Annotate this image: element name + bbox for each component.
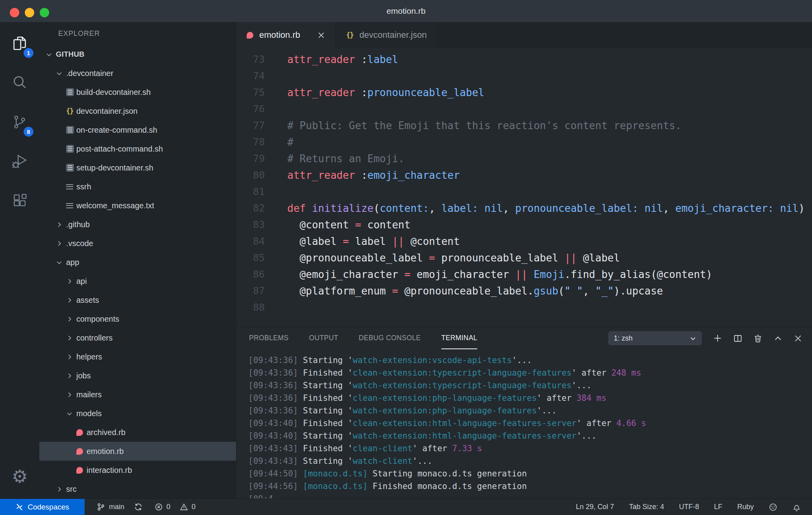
close-icon[interactable] <box>317 31 325 39</box>
terminal-line: [09:43:36] Starting 'watch-extension:vsc… <box>248 354 812 367</box>
code-line: 76 <box>236 101 812 117</box>
tree-item-setup-devcontainer.sh[interactable]: setup-devcontainer.sh <box>39 158 236 177</box>
chevron-right-icon <box>66 391 76 398</box>
activity-run-debug[interactable] <box>0 143 39 182</box>
panel-tab-problems[interactable]: PROBLEMS <box>249 327 288 349</box>
code-line: 85 @pronounceable_label = pronounceable_… <box>236 250 812 266</box>
tree-item-label: helpers <box>76 352 102 361</box>
code-line: 80 attr_reader :emoji_character <box>236 167 812 183</box>
zoom-window-button[interactable] <box>40 8 49 17</box>
problems-indicator[interactable]: 0 0 <box>155 503 196 511</box>
status-cursor-position[interactable]: Ln 29, Col 7 <box>576 503 614 511</box>
activity-settings[interactable]: ⚙ <box>0 457 39 496</box>
tree-item-label: components <box>76 315 119 324</box>
chevron-down-icon <box>66 410 76 417</box>
tree-item-.devcontainer[interactable]: .devcontainer <box>39 64 236 83</box>
tab-label: devcontainer.json <box>359 30 426 40</box>
tree-item-label: devcontainer.json <box>76 107 138 116</box>
line-number: 84 <box>236 233 265 250</box>
run-debug-icon <box>11 153 28 171</box>
tree-item-models[interactable]: models <box>39 404 236 423</box>
chevron-right-icon <box>56 486 66 493</box>
tree-item-on-create-command.sh[interactable]: on-create-command.sh <box>39 120 236 139</box>
shell-file-icon <box>66 145 76 153</box>
code-line: 78 # <box>236 134 812 150</box>
tab-devcontainer.json[interactable]: {}devcontainer.json <box>336 22 437 48</box>
close-window-button[interactable] <box>10 8 19 17</box>
tree-item-archived.rb[interactable]: archived.rb <box>39 423 236 442</box>
status-encoding[interactable]: UTF-8 <box>679 503 699 511</box>
tree-item-interaction.rb[interactable]: interaction.rb <box>39 461 236 480</box>
chevron-down-icon <box>690 335 696 342</box>
tree-item-welcome_message.txt[interactable]: welcome_message.txt <box>39 196 236 215</box>
activity-explorer[interactable]: 1 <box>0 24 39 64</box>
tree-item-assets[interactable]: assets <box>39 291 236 309</box>
titlebar: emotion.rb <box>0 0 812 22</box>
tree-item-controllers[interactable]: controllers <box>39 328 236 347</box>
tree-item-src[interactable]: src <box>39 480 236 498</box>
code-text: # <box>265 134 293 150</box>
tree-item-.vscode[interactable]: .vscode <box>39 234 236 253</box>
tree-item-api[interactable]: api <box>39 272 236 291</box>
file-tree: GITHUB.devcontainerbuild-devcontainer.sh… <box>39 45 236 498</box>
tree-item-mailers[interactable]: mailers <box>39 385 236 404</box>
activity-search[interactable] <box>0 64 39 103</box>
notifications-bell-icon[interactable] <box>792 503 801 511</box>
tree-item-label: build-devcontainer.sh <box>76 88 151 97</box>
code-editor[interactable]: 73 attr_reader :label7475 attr_reader :p… <box>236 48 812 327</box>
terminal-line: [09:43:36] Starting 'watch-extension:php… <box>248 404 812 417</box>
sidebar-title: EXPLORER <box>39 22 236 45</box>
chevron-right-icon <box>66 297 76 304</box>
tree-item-label: mailers <box>76 390 102 399</box>
remote-icon <box>15 503 24 511</box>
panel-tab-debug-console[interactable]: DEBUG CONSOLE <box>359 327 421 349</box>
tree-item-jobs[interactable]: jobs <box>39 366 236 385</box>
code-line: 87 @platform_enum = @pronounceable_label… <box>236 283 812 299</box>
status-language-mode[interactable]: Ruby <box>737 503 754 511</box>
terminal-line: [09:44:50] [monaco.d.ts] Starting monaco… <box>248 467 812 480</box>
tree-item-build-devcontainer.sh[interactable]: build-devcontainer.sh <box>39 83 236 102</box>
tree-item-emotion.rb[interactable]: emotion.rb <box>39 442 236 461</box>
branch-name: main <box>109 503 124 511</box>
tree-item-devcontainer.json[interactable]: {}devcontainer.json <box>39 102 236 120</box>
tree-item-app[interactable]: app <box>39 253 236 272</box>
panel-tab-terminal[interactable]: TERMINAL <box>441 327 478 349</box>
status-eol[interactable]: LF <box>714 503 722 511</box>
new-terminal-button[interactable] <box>713 333 722 343</box>
tree-item-helpers[interactable]: helpers <box>39 347 236 366</box>
tree-item-post-attach-command.sh[interactable]: post-attach-command.sh <box>39 139 236 158</box>
text-file-icon <box>66 184 76 189</box>
code-line: 82 def initialize(content:, label: nil, … <box>236 200 812 217</box>
tree-item-label: emotion.rb <box>87 447 124 456</box>
terminal-output[interactable]: [09:43:36] Starting 'watch-extension:vsc… <box>236 349 812 498</box>
branch-indicator[interactable]: main <box>96 502 143 511</box>
chevron-right-icon <box>56 240 66 247</box>
activity-source-control[interactable]: 8 <box>0 103 39 143</box>
sync-icon <box>134 502 143 511</box>
codespaces-remote-button[interactable]: Codespaces <box>0 499 85 515</box>
maximize-panel-button[interactable] <box>773 334 782 343</box>
tab-emotion.rb[interactable]: emotion.rb <box>236 22 336 48</box>
terminal-picker[interactable]: 1: zsh <box>608 331 702 345</box>
terminal-line: [09:43:40] Starting 'watch-extension:htm… <box>248 430 812 442</box>
close-panel-button[interactable] <box>794 334 803 343</box>
split-terminal-button[interactable] <box>733 334 742 343</box>
status-tab-size[interactable]: Tab Size: 4 <box>629 503 664 511</box>
panel-tab-output[interactable]: OUTPUT <box>309 327 338 349</box>
activity-extensions[interactable] <box>0 182 39 221</box>
activity-bar: 18⚙ <box>0 22 39 498</box>
json-file-icon: {} <box>346 31 353 39</box>
line-number: 77 <box>236 117 265 134</box>
feedback-smiley-icon[interactable] <box>769 503 777 511</box>
code-text: @content = content <box>265 217 410 233</box>
code-text: @emoji_character = emoji_character || Em… <box>265 266 712 283</box>
line-number: 78 <box>236 134 265 150</box>
tree-item-github[interactable]: GITHUB <box>39 45 236 64</box>
tree-item-.github[interactable]: .github <box>39 215 236 234</box>
tree-item-ssrh[interactable]: ssrh <box>39 177 236 196</box>
tree-item-components[interactable]: components <box>39 309 236 328</box>
kill-terminal-button[interactable] <box>753 334 762 343</box>
tree-item-label: src <box>66 485 77 494</box>
line-number: 73 <box>236 51 265 68</box>
minimize-window-button[interactable] <box>25 8 34 17</box>
